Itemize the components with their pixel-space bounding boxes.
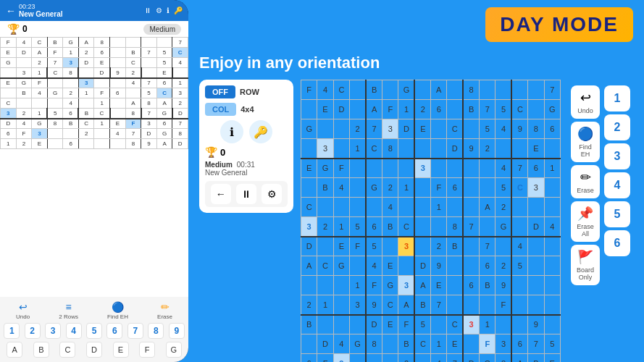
info-icon[interactable]: ℹ <box>167 7 170 14</box>
undo-button[interactable]: ↩ Undo <box>16 301 30 320</box>
pause-button[interactable]: ⏸ <box>144 7 151 14</box>
toggle-col-button[interactable]: COL <box>205 103 236 116</box>
find-eh-label: Find EH <box>107 313 128 320</box>
rows-label: 2 Rows <box>59 313 78 320</box>
small-sudoku-grid: F4CBGA87 EDAF126B75C G273DEC54 31C8D92E … <box>0 37 188 149</box>
trophy-bar: 🏆 0 Medium <box>0 21 188 37</box>
middle-section: DAY MODE Enjoy in any orientation OFF RO… <box>188 0 644 362</box>
erase-all-right-icon: 📌 <box>577 206 593 222</box>
bottom-controls: ↩ Undo ≡ 2 Rows 🔵 Find EH ✏ Erase 1 2 3 … <box>0 297 188 362</box>
num-6[interactable]: 6 <box>106 323 122 339</box>
num-7[interactable]: 7 <box>127 323 143 339</box>
erase-right-icon: ✏ <box>580 169 591 185</box>
trophy-score: 0 <box>22 24 28 34</box>
erase-button[interactable]: ✏ Erase <box>157 301 172 320</box>
find-eh-icon: 🔵 <box>112 301 124 313</box>
two-rows-button[interactable]: ≡ 2 Rows <box>59 301 78 320</box>
difficulty-label: Medium <box>205 161 233 169</box>
middle-content: OFF ROW COL 4x4 ℹ 🔑 🏆 0 Medium 00:31 New… <box>199 80 633 362</box>
bottom-nav-bar: ← ⏸ ⚙ <box>205 181 288 207</box>
nav-pause-button[interactable]: ⏸ <box>236 184 256 204</box>
back-button[interactable]: ← <box>6 5 16 17</box>
num-3[interactable]: 3 <box>45 323 61 339</box>
right-btn-group: ↩ Undo 🔵 Find EH ✏ Erase 📌 Erase All <box>571 85 600 285</box>
right-panel: ↩ Undo 🔵 Find EH ✏ Erase 📌 Erase All <box>568 80 633 291</box>
erase-label: Erase <box>157 313 172 320</box>
num-5[interactable]: 5 <box>86 323 102 339</box>
right-num-4[interactable]: 4 <box>604 172 630 198</box>
letter-f[interactable]: F <box>139 342 155 358</box>
big-grid-container: F4CBGA87 EDAF126B75CG G273DEC54986 31C8D… <box>301 80 561 362</box>
small-grid-area: F4CBGA87 EDAF126B75C G273DEC54 31C8D92E … <box>0 37 188 297</box>
big-sudoku-grid[interactable]: F4CBGA87 EDAF126B75CG G273DEC54986 31C8D… <box>301 80 561 362</box>
trophy-icon-small: 🏆 <box>205 146 217 158</box>
settings-icon-row: ℹ 🔑 <box>205 120 288 143</box>
right-number-col: 1 2 3 4 5 6 <box>604 85 630 285</box>
erase-all-right-label: Erase All <box>574 223 597 237</box>
right-num-2[interactable]: 2 <box>604 114 630 140</box>
num-8[interactable]: 8 <box>148 323 164 339</box>
right-num-6[interactable]: 6 <box>604 230 630 256</box>
trophy-score-row: 🏆 0 <box>205 146 288 158</box>
trophy-icon: 🏆 <box>7 23 20 35</box>
game-time: 00:23 <box>19 3 63 10</box>
action-row: ↩ Undo ≡ 2 Rows 🔵 Find EH ✏ Erase <box>1 300 187 321</box>
find-eh-right-label: Find EH <box>574 143 597 158</box>
game-info: Medium 00:31 <box>205 161 288 169</box>
erase-right-label: Erase <box>577 187 594 194</box>
board-only-button[interactable]: 🚩 Board Only <box>571 245 600 285</box>
num-1[interactable]: 1 <box>4 323 20 339</box>
right-num-3[interactable]: 3 <box>604 143 630 169</box>
erase-icon: ✏ <box>161 301 170 313</box>
undo-label: Undo <box>16 313 30 320</box>
toggle-off-row: OFF ROW <box>205 85 288 98</box>
letter-b[interactable]: B <box>33 342 49 358</box>
settings-icon[interactable]: ⚙ <box>156 7 162 14</box>
tagline: Enjoy in any orientation <box>199 54 633 72</box>
letter-c[interactable]: C <box>59 342 75 358</box>
toggle-row-label: ROW <box>240 88 259 96</box>
nav-settings-button[interactable]: ⚙ <box>262 184 282 204</box>
day-mode-label: DAY MODE <box>500 13 619 35</box>
day-mode-banner: DAY MODE <box>485 7 633 42</box>
letter-a[interactable]: A <box>7 342 22 358</box>
number-row: 1 2 3 4 5 6 7 8 9 <box>1 321 187 340</box>
nav-back-button[interactable]: ← <box>211 184 231 204</box>
game-name-label: New General <box>205 169 288 177</box>
undo-icon: ↩ <box>19 301 28 313</box>
info-button[interactable]: ℹ <box>220 120 243 143</box>
time-value: 00:31 <box>237 161 255 169</box>
key-icon[interactable]: 🔑 <box>174 7 183 14</box>
erase-right-button[interactable]: ✏ Erase <box>571 165 600 198</box>
game-title: New General <box>19 10 63 18</box>
board-only-icon: 🚩 <box>577 249 593 265</box>
toggle-col-row: COL 4x4 <box>205 103 288 116</box>
find-eh-button[interactable]: 🔵 Find EH <box>107 301 128 320</box>
phone-top-bar: ← 00:23 New General ⏸ ⚙ ℹ 🔑 <box>0 0 188 21</box>
toggle-4x4-label: 4x4 <box>241 105 254 114</box>
erase-all-right-button[interactable]: 📌 Erase All <box>571 201 600 242</box>
letter-g[interactable]: G <box>166 342 182 358</box>
num-4[interactable]: 4 <box>66 323 82 339</box>
letter-e[interactable]: E <box>113 342 129 358</box>
num-2[interactable]: 2 <box>25 323 41 339</box>
find-eh-right-icon: 🔵 <box>577 126 593 142</box>
letter-d[interactable]: D <box>86 342 102 358</box>
settings-panel: OFF ROW COL 4x4 ℹ 🔑 🏆 0 Medium 00:31 New… <box>199 80 293 213</box>
letter-row: A B C D E F G <box>1 340 187 359</box>
undo-right-label: Undo <box>577 107 593 114</box>
undo-right-icon: ↩ <box>580 90 591 106</box>
key-button[interactable]: 🔑 <box>249 120 272 143</box>
right-num-1[interactable]: 1 <box>604 85 630 111</box>
rows-icon: ≡ <box>66 301 72 313</box>
toggle-off-button[interactable]: OFF <box>205 85 235 98</box>
score-value: 0 <box>220 147 225 158</box>
num-9[interactable]: 9 <box>169 323 185 339</box>
difficulty-badge: Medium <box>143 24 181 35</box>
board-only-label: Board Only <box>574 266 597 281</box>
phone-left: ← 00:23 New General ⏸ ⚙ ℹ 🔑 🏆 0 Medium F… <box>0 0 188 362</box>
find-eh-right-button[interactable]: 🔵 Find EH <box>571 122 600 162</box>
undo-right-button[interactable]: ↩ Undo <box>571 85 600 119</box>
right-num-5[interactable]: 5 <box>604 201 630 227</box>
